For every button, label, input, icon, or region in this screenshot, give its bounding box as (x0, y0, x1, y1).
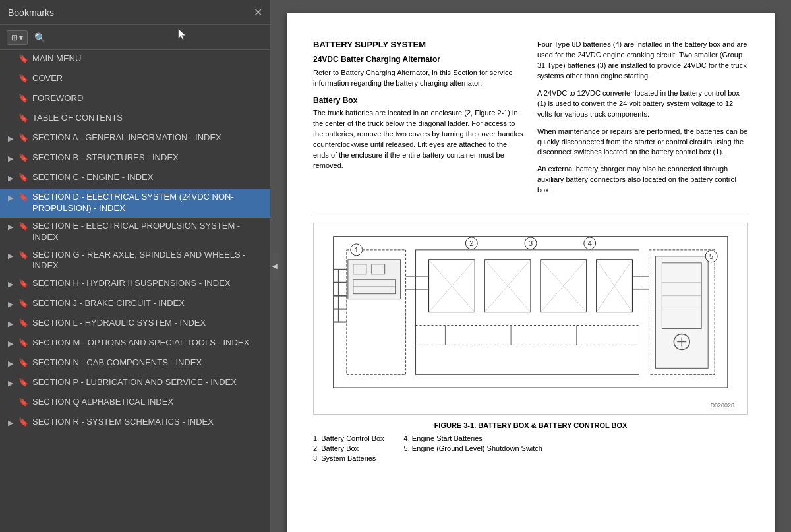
expand-arrow-icon[interactable]: ▶ (8, 319, 16, 328)
document-page: BATTERY SUPPLY SYSTEM 24VDC Batter Charg… (287, 13, 775, 532)
bookmark-icon: 🔖 (18, 192, 28, 203)
battery-diagram-svg: 1 2 3 4 5 D020028 (313, 223, 748, 415)
legend-item-3: 3. System Batteries (313, 454, 384, 462)
bookmark-icon: 🔖 (18, 417, 28, 428)
bookmark-label: SECTION H - HYDRAIR II SUSPENSIONS - IND… (32, 278, 264, 289)
page-left-column: BATTERY SUPPLY SYSTEM 24VDC Batter Charg… (313, 40, 524, 202)
collapse-panel-button[interactable]: ◀ (270, 253, 279, 280)
figure-caption: FIGURE 3-1. BATTERY BOX & BATTERY CONTRO… (313, 421, 748, 429)
expand-arrow-icon[interactable]: ▶ (8, 173, 16, 183)
search-icon: 🔍 (34, 32, 45, 43)
bookmark-label: SECTION G - REAR AXLE, SPINDLES AND WHEE… (32, 250, 264, 272)
svg-text:5: 5 (709, 252, 713, 260)
legend-item-2: 2. Battery Box (313, 444, 384, 452)
page-title: BATTERY SUPPLY SYSTEM (313, 40, 524, 49)
bookmarks-title: Bookmarks (8, 7, 54, 18)
bookmark-cover[interactable]: 🔖 COVER (0, 70, 270, 90)
bookmark-section-h[interactable]: ▶ 🔖 SECTION H - HYDRAIR II SUSPENSIONS -… (0, 275, 270, 295)
bookmark-foreword[interactable]: 🔖 FOREWORD (0, 90, 270, 109)
svg-text:4: 4 (588, 239, 592, 247)
legend-column-2: 4. Engine Start Batteries 5. Engine (Gro… (404, 434, 542, 462)
bookmark-label: SECTION A - GENERAL INFORMATION - INDEX (32, 133, 264, 144)
bookmark-label: SECTION C - ENGINE - INDEX (32, 172, 264, 183)
bookmarks-panel: Bookmarks ✕ ⊞ ▾ 🔍 🔖 MAIN MENU 🔖 COVER (0, 0, 270, 532)
bookmark-section-q[interactable]: 🔖 SECTION Q ALPHABETICAL INDEX (0, 394, 270, 413)
expand-arrow-icon[interactable]: ▶ (8, 378, 16, 388)
section2-title: Battery Box (313, 96, 524, 105)
bookmark-section-b[interactable]: ▶ 🔖 SECTION B - STRUCTURES - INDEX (0, 149, 270, 169)
right-text-2: A 24VDC to 12VDC converter located in th… (537, 88, 748, 120)
bookmark-icon: 🔖 (18, 54, 28, 65)
bookmark-label: SECTION J - BRAKE CIRCUIT - INDEX (32, 298, 264, 309)
document-content: BATTERY SUPPLY SYSTEM 24VDC Batter Charg… (270, 0, 791, 532)
expand-arrow-icon[interactable]: ▶ (8, 251, 16, 260)
bookmark-section-m[interactable]: ▶ 🔖 SECTION M - OPTIONS AND SPECIAL TOOL… (0, 334, 270, 354)
bookmark-section-d[interactable]: ▶ 🔖 SECTION D - ELECTRICAL SYSTEM (24VDC… (0, 189, 270, 218)
bookmark-icon: 🔖 (18, 74, 28, 84)
legend-item-4: 4. Engine Start Batteries (404, 434, 542, 442)
svg-text:D020028: D020028 (711, 402, 734, 409)
svg-text:3: 3 (529, 239, 533, 247)
expand-all-button[interactable]: ⊞ ▾ (7, 30, 28, 45)
svg-text:2: 2 (469, 239, 473, 247)
search-bookmarks-button[interactable]: 🔍 (30, 30, 49, 45)
section1-title: 24VDC Batter Charging Alternator (313, 55, 524, 64)
expand-arrow-icon[interactable]: ▶ (8, 339, 16, 348)
bookmark-section-g[interactable]: ▶ 🔖 SECTION G - REAR AXLE, SPINDLES AND … (0, 247, 270, 276)
bookmark-section-l[interactable]: ▶ 🔖 SECTION L - HYDRAULIC SYSTEM - INDEX (0, 314, 270, 334)
expand-arrow-icon[interactable]: ▶ (8, 418, 16, 427)
document-panel: BATTERY SUPPLY SYSTEM 24VDC Batter Charg… (270, 0, 791, 532)
bookmark-label: SECTION R - SYSTEM SCHEMATICS - INDEX (32, 417, 264, 428)
right-text-1: Four Type 8D batteries (4) are installed… (537, 40, 748, 82)
figure-legend: 1. Battery Control Box 2. Battery Box 3.… (313, 434, 748, 462)
close-bookmarks-button[interactable]: ✕ (254, 7, 262, 18)
bookmark-toc[interactable]: 🔖 TABLE OF CONTENTS (0, 109, 270, 129)
page-right-column: Four Type 8D batteries (4) are installed… (537, 40, 748, 202)
expand-arrow-icon[interactable]: ▶ (8, 359, 16, 368)
bookmark-icon: 🔖 (18, 358, 28, 369)
bookmarks-header: Bookmarks ✕ (0, 0, 270, 25)
bookmark-icon: 🔖 (18, 251, 28, 261)
bookmark-section-r[interactable]: ▶ 🔖 SECTION R - SYSTEM SCHEMATICS - INDE… (0, 413, 270, 433)
expand-arrow-icon[interactable]: ▶ (8, 154, 16, 163)
bookmark-label: COVER (32, 73, 264, 84)
bookmark-label: SECTION N - CAB COMPONENTS - INDEX (32, 357, 264, 369)
expand-arrow-icon[interactable]: ▶ (8, 222, 16, 231)
expand-arrow-icon[interactable]: ▶ (8, 299, 16, 309)
bookmark-icon: 🔖 (18, 279, 28, 289)
bookmarks-list: 🔖 MAIN MENU 🔖 COVER 🔖 FOREWORD 🔖 TABLE O… (0, 50, 270, 532)
bookmark-section-e[interactable]: ▶ 🔖 SECTION E - ELECTRICAL PROPULSION SY… (0, 218, 270, 247)
expand-arrow-icon[interactable]: ▶ (8, 134, 16, 143)
bookmark-icon: 🔖 (18, 338, 28, 349)
expand-arrow-icon[interactable]: ▶ (8, 280, 16, 289)
bookmark-section-p[interactable]: ▶ 🔖 SECTION P - LUBRICATION AND SERVICE … (0, 374, 270, 394)
section1-text: Refer to Battery Charging Alternator, in… (313, 68, 524, 89)
figure-area: 1 2 3 4 5 D020028 FIGURE 3-1 (313, 216, 748, 462)
bookmark-label: SECTION E - ELECTRICAL PROPULSION SYSTEM… (32, 221, 264, 243)
bookmarks-toolbar: ⊞ ▾ 🔍 (0, 25, 270, 50)
expand-arrow-icon: ▾ (19, 33, 23, 42)
bookmark-icon: 🔖 (18, 222, 28, 232)
bookmark-icon: 🔖 (18, 133, 28, 144)
bookmark-section-a[interactable]: ▶ 🔖 SECTION A - GENERAL INFORMATION - IN… (0, 129, 270, 149)
page-body: BATTERY SUPPLY SYSTEM 24VDC Batter Charg… (313, 40, 748, 202)
bookmark-section-j[interactable]: ▶ 🔖 SECTION J - BRAKE CIRCUIT - INDEX (0, 295, 270, 314)
bookmark-label: SECTION L - HYDRAULIC SYSTEM - INDEX (32, 318, 264, 329)
bookmark-label: SECTION Q ALPHABETICAL INDEX (32, 397, 264, 408)
bookmark-section-n[interactable]: ▶ 🔖 SECTION N - CAB COMPONENTS - INDEX (0, 354, 270, 374)
section2-text: The truck batteries are located in an en… (313, 108, 524, 171)
bookmark-icon: 🔖 (18, 173, 28, 183)
bookmark-icon: 🔖 (18, 153, 28, 163)
bookmark-label: SECTION D - ELECTRICAL SYSTEM (24VDC NON… (32, 192, 264, 214)
bookmark-label: MAIN MENU (32, 53, 264, 65)
bookmark-main-menu[interactable]: 🔖 MAIN MENU (0, 50, 270, 70)
bookmark-icon: 🔖 (18, 378, 28, 388)
expand-arrow-icon[interactable]: ▶ (8, 193, 16, 202)
expand-icon: ⊞ (11, 33, 18, 42)
bookmark-icon: 🔖 (18, 94, 28, 104)
bookmark-section-c[interactable]: ▶ 🔖 SECTION C - ENGINE - INDEX (0, 169, 270, 189)
svg-rect-26 (655, 256, 708, 368)
bookmark-label: SECTION M - OPTIONS AND SPECIAL TOOLS - … (32, 338, 264, 349)
bookmark-label: SECTION P - LUBRICATION AND SERVICE - IN… (32, 377, 264, 388)
bookmark-label: TABLE OF CONTENTS (32, 113, 264, 124)
